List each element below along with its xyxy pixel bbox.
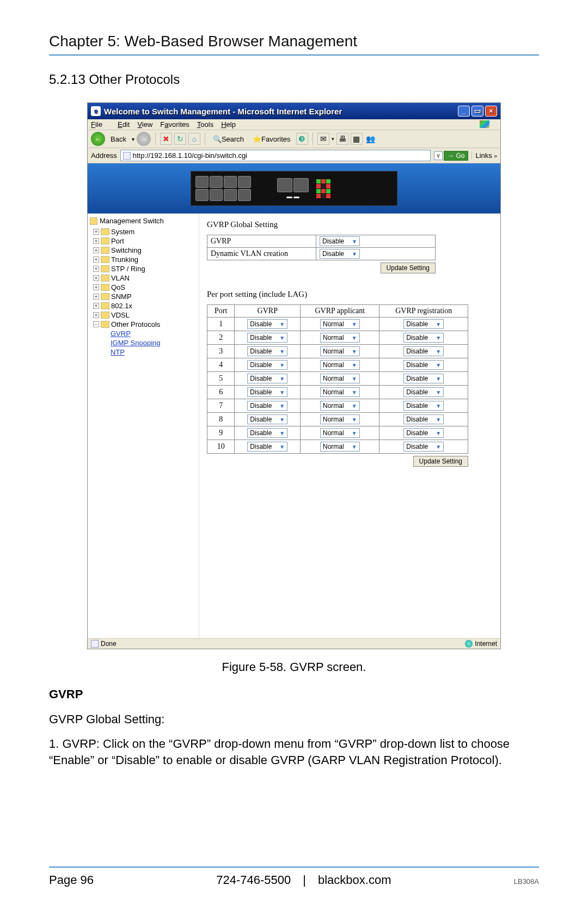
links-label[interactable]: Links » bbox=[471, 151, 497, 160]
tree-item-system[interactable]: +System bbox=[90, 227, 197, 236]
port-applicant-dropdown[interactable]: Normal▼ bbox=[320, 374, 360, 383]
expand-icon[interactable]: + bbox=[93, 238, 99, 244]
stop-button[interactable]: ✖ bbox=[160, 133, 172, 145]
tree-root-label[interactable]: Management Switch bbox=[100, 217, 164, 225]
close-button[interactable]: × bbox=[485, 106, 497, 117]
go-button[interactable]: → Go bbox=[444, 151, 468, 161]
port-gvrp-dropdown[interactable]: Disable▼ bbox=[247, 442, 287, 452]
tree-item-switching[interactable]: +Switching bbox=[90, 246, 197, 255]
tree-label: VLAN bbox=[111, 274, 130, 282]
tree-item-snmp[interactable]: +SNMP bbox=[90, 292, 197, 301]
tree-item-qos[interactable]: +QoS bbox=[90, 283, 197, 292]
messenger-button[interactable]: 👥 bbox=[365, 133, 377, 145]
expand-icon[interactable]: + bbox=[93, 284, 99, 290]
port-applicant-dropdown[interactable]: Normal▼ bbox=[320, 414, 360, 424]
port-gvrp-dropdown[interactable]: Disable▼ bbox=[247, 428, 287, 438]
back-dropdown-icon[interactable]: ▾ bbox=[132, 136, 134, 142]
maximize-button[interactable]: ▭ bbox=[471, 106, 483, 117]
history-button[interactable]: ❸ bbox=[296, 133, 308, 145]
tree-item-other-protocols[interactable]: −Other Protocols bbox=[90, 320, 197, 329]
gvrp-dropdown[interactable]: Disable▼ bbox=[320, 236, 360, 246]
tree-item-stp-ring[interactable]: +STP / Ring bbox=[90, 264, 197, 273]
menu-view[interactable]: View bbox=[137, 120, 152, 129]
expand-icon[interactable]: + bbox=[93, 303, 99, 309]
menu-edit[interactable]: Edit bbox=[118, 120, 130, 129]
refresh-button[interactable]: ↻ bbox=[174, 133, 186, 145]
table-row: 3Disable▼Normal▼Disable▼ bbox=[207, 345, 468, 358]
expand-icon[interactable]: + bbox=[93, 294, 99, 300]
port-registration-dropdown[interactable]: Disable▼ bbox=[403, 333, 444, 343]
port-applicant-dropdown[interactable]: Normal▼ bbox=[320, 319, 360, 329]
address-dropdown-icon[interactable]: v bbox=[434, 151, 443, 160]
tree-item-trunking[interactable]: +Trunking bbox=[90, 255, 197, 264]
collapse-icon[interactable]: − bbox=[93, 321, 99, 327]
port-number: 1 bbox=[207, 318, 235, 331]
internet-zone-icon bbox=[465, 640, 473, 648]
tree-item-802-1x[interactable]: +802.1x bbox=[90, 301, 197, 310]
port-registration-dropdown[interactable]: Disable▼ bbox=[403, 401, 444, 411]
search-button[interactable]: 🔍 Search bbox=[210, 134, 247, 144]
tree-link-gvrp[interactable]: GVRP bbox=[111, 329, 197, 338]
port-applicant-dropdown[interactable]: Normal▼ bbox=[320, 333, 360, 343]
expand-icon[interactable]: + bbox=[93, 257, 99, 263]
port-gvrp-dropdown[interactable]: Disable▼ bbox=[247, 319, 287, 329]
edit-button[interactable]: ▦ bbox=[351, 133, 363, 145]
forward-button[interactable]: → bbox=[137, 132, 151, 146]
port-registration-dropdown[interactable]: Disable▼ bbox=[403, 346, 444, 356]
port-registration-dropdown[interactable]: Disable▼ bbox=[403, 360, 444, 370]
port-applicant-dropdown[interactable]: Normal▼ bbox=[320, 346, 360, 356]
tree-item-vdsl[interactable]: +VDSL bbox=[90, 310, 197, 320]
print-button[interactable]: 🖶 bbox=[336, 133, 348, 145]
tree-item-vlan[interactable]: +VLAN bbox=[90, 273, 197, 283]
folder-icon bbox=[101, 274, 109, 282]
back-label[interactable]: Back bbox=[107, 134, 130, 144]
windows-flag-icon bbox=[480, 120, 489, 128]
port-number: 8 bbox=[207, 413, 235, 426]
expand-icon[interactable]: + bbox=[93, 247, 99, 253]
port-registration-dropdown[interactable]: Disable▼ bbox=[403, 387, 444, 397]
page-icon bbox=[123, 152, 131, 160]
address-input[interactable]: http://192.168.1.10/cgi-bin/switch.cgi bbox=[120, 150, 431, 161]
folder-icon bbox=[101, 302, 109, 309]
minimize-button[interactable]: _ bbox=[458, 106, 470, 117]
mail-button[interactable]: ✉ bbox=[317, 133, 329, 145]
table-row: 4Disable▼Normal▼Disable▼ bbox=[207, 358, 468, 372]
port-registration-dropdown[interactable]: Disable▼ bbox=[403, 374, 444, 383]
port-gvrp-dropdown[interactable]: Disable▼ bbox=[247, 414, 287, 424]
update-setting-button-top[interactable]: Update Setting bbox=[381, 263, 436, 273]
port-gvrp-dropdown[interactable]: Disable▼ bbox=[247, 333, 287, 343]
update-setting-button-bottom[interactable]: Update Setting bbox=[413, 456, 468, 467]
port-applicant-dropdown[interactable]: Normal▼ bbox=[320, 428, 360, 438]
port-registration-dropdown[interactable]: Disable▼ bbox=[403, 428, 444, 438]
port-applicant-dropdown[interactable]: Normal▼ bbox=[320, 401, 360, 411]
expand-icon[interactable]: + bbox=[93, 266, 99, 272]
menu-favorites[interactable]: Favorites bbox=[160, 120, 189, 129]
port-gvrp-dropdown[interactable]: Disable▼ bbox=[247, 374, 287, 383]
tree-link-ntp[interactable]: NTP bbox=[111, 347, 197, 357]
port-applicant-dropdown[interactable]: Normal▼ bbox=[320, 387, 360, 397]
port-applicant-dropdown[interactable]: Normal▼ bbox=[320, 360, 360, 370]
menu-tools[interactable]: Tools bbox=[197, 120, 213, 129]
mail-dropdown-icon[interactable]: ▾ bbox=[332, 136, 334, 142]
port-gvrp-dropdown[interactable]: Disable▼ bbox=[247, 387, 287, 397]
expand-icon[interactable]: + bbox=[93, 275, 99, 281]
menu-file[interactable]: File bbox=[91, 120, 110, 129]
port-gvrp-dropdown[interactable]: Disable▼ bbox=[247, 360, 287, 370]
expand-icon[interactable]: + bbox=[93, 229, 99, 235]
tree-item-port[interactable]: +Port bbox=[90, 236, 197, 246]
dvlan-dropdown[interactable]: Disable▼ bbox=[320, 249, 360, 259]
menu-help[interactable]: Help bbox=[221, 120, 236, 129]
home-button[interactable]: ⌂ bbox=[188, 133, 200, 145]
port-gvrp-dropdown[interactable]: Disable▼ bbox=[247, 346, 287, 356]
port-registration-dropdown[interactable]: Disable▼ bbox=[403, 319, 444, 329]
favorites-button[interactable]: ⭐ Favorites bbox=[249, 134, 293, 144]
port-registration-dropdown[interactable]: Disable▼ bbox=[403, 442, 444, 452]
port-applicant-dropdown[interactable]: Normal▼ bbox=[320, 442, 360, 452]
tree-link-igmp-snooping[interactable]: IGMP Snooping bbox=[111, 338, 197, 347]
port-registration-dropdown[interactable]: Disable▼ bbox=[403, 414, 444, 424]
port-gvrp-dropdown[interactable]: Disable▼ bbox=[247, 401, 287, 411]
folder-icon bbox=[101, 293, 109, 300]
back-button[interactable]: ← bbox=[91, 132, 105, 146]
switch-root-icon bbox=[90, 217, 97, 225]
expand-icon[interactable]: + bbox=[93, 312, 99, 318]
